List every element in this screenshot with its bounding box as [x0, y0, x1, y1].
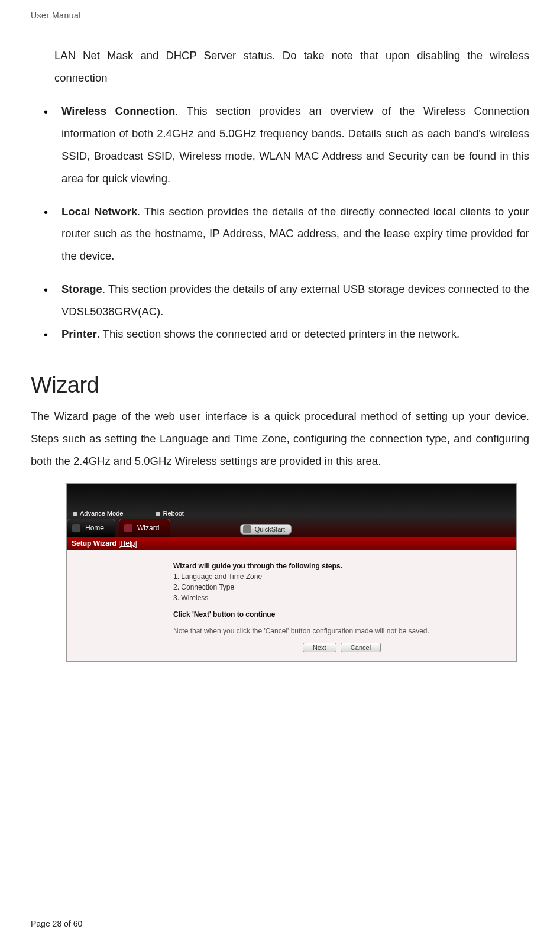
wizard-step-1: 1. Language and Time Zone — [173, 571, 510, 582]
list-item: Printer. This section shows the connecte… — [48, 323, 529, 345]
wizard-step-3: 3. Wireless — [173, 593, 510, 603]
bullet-title: Local Network — [61, 205, 137, 218]
embedded-screenshot: Advance Mode Reboot Home Wizard QuickSta… — [66, 483, 516, 662]
tab-wizard[interactable]: Wizard — [119, 519, 170, 537]
running-header: User Manual — [31, 11, 529, 20]
next-button[interactable]: Next — [303, 643, 336, 652]
list-item: Local Network. This section provides the… — [48, 200, 529, 268]
bullet-text: . This section provides the details of a… — [61, 283, 529, 318]
wizard-continue-text: Click 'Next' button to continue — [173, 609, 510, 620]
wizard-icon — [124, 524, 132, 532]
router-ui-window: Advance Mode Reboot Home Wizard QuickSta… — [66, 483, 517, 662]
quickstart-button[interactable]: QuickStart — [240, 524, 292, 535]
square-icon — [156, 512, 160, 516]
cancel-button[interactable]: Cancel — [341, 643, 381, 652]
reboot-label[interactable]: Reboot — [156, 510, 199, 517]
wizard-note-text: Note that when you click the 'Cancel' bu… — [173, 626, 510, 636]
tab-home[interactable]: Home — [67, 519, 115, 537]
setup-wizard-bar: Setup Wizard [Help] — [67, 537, 516, 550]
list-item: Wireless Connection. This section provid… — [48, 100, 529, 190]
footer-divider — [31, 914, 529, 914]
intro-paragraph: LAN Net Mask and DHCP Server status. Do … — [54, 44, 529, 89]
wizard-lead-text: Wizard will guide you through the follow… — [173, 561, 510, 571]
router-mode-row: Advance Mode Reboot — [73, 510, 215, 517]
section-heading-wizard: Wizard — [31, 373, 529, 398]
help-link[interactable]: [Help] — [118, 539, 137, 548]
bullet-title: Wireless Connection — [61, 105, 175, 117]
setup-wizard-label: Setup Wizard — [72, 539, 116, 548]
header-divider — [31, 24, 529, 24]
home-icon — [72, 524, 80, 532]
router-body: Wizard will guide you through the follow… — [67, 550, 516, 661]
square-icon — [73, 512, 77, 516]
wizard-paragraph: The Wizard page of the web user interfac… — [31, 405, 529, 472]
page-footer: Page 28 of 60 — [31, 914, 529, 928]
page-number: Page 28 of 60 — [31, 919, 529, 928]
bullet-title: Printer — [61, 328, 97, 340]
router-tabs: Home Wizard — [67, 519, 174, 537]
wizard-button-row: Next Cancel — [173, 642, 510, 653]
advance-mode-label[interactable]: Advance Mode — [73, 510, 138, 517]
bullet-title: Storage — [61, 283, 102, 295]
wizard-step-2: 2. Connection Type — [173, 582, 510, 593]
bullet-text: . This section shows the connected and o… — [97, 328, 460, 340]
list-item: Storage. This section provides the detai… — [48, 278, 529, 323]
bullet-list-2: Storage. This section provides the detai… — [31, 278, 529, 345]
router-header-bar: Advance Mode Reboot Home Wizard QuickSta… — [67, 484, 516, 537]
bullet-list-1: Wireless Connection. This section provid… — [31, 100, 529, 267]
